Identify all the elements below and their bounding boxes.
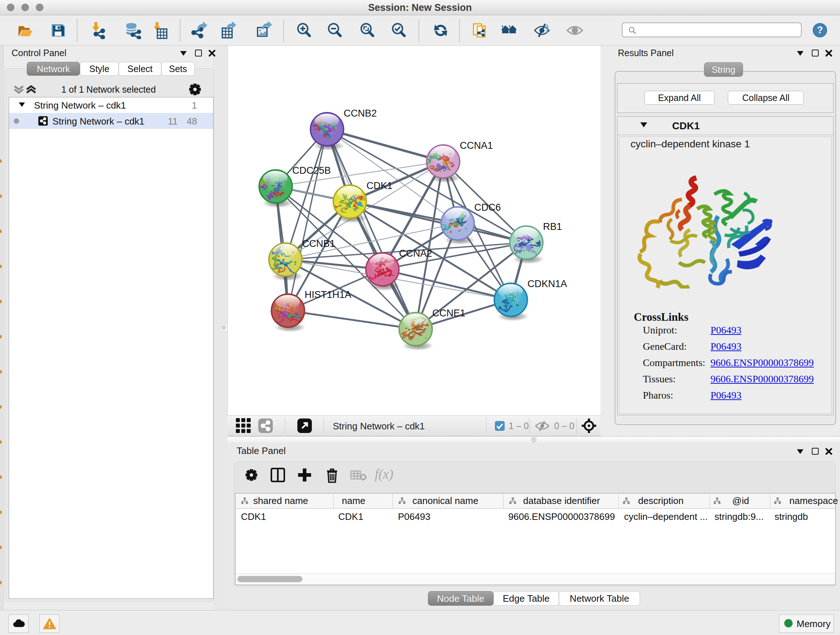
svg-text:CDC6: CDC6 bbox=[474, 202, 501, 213]
svg-text:CDK1: CDK1 bbox=[366, 180, 393, 191]
svg-text:RB1: RB1 bbox=[543, 221, 562, 232]
svg-text:?: ? bbox=[817, 25, 823, 35]
svg-text:CCNA2: CCNA2 bbox=[399, 248, 432, 259]
svg-text:CCNE1: CCNE1 bbox=[432, 308, 466, 318]
svg-text:CDC25B: CDC25B bbox=[292, 165, 331, 176]
svg-text:CDKN1A: CDKN1A bbox=[527, 279, 567, 289]
svg-text:CCNB1: CCNB1 bbox=[302, 238, 335, 249]
svg-text:HIST1H1A: HIST1H1A bbox=[305, 289, 351, 300]
svg-text:CCNA1: CCNA1 bbox=[460, 140, 493, 151]
svg-text:CCNB2: CCNB2 bbox=[344, 108, 377, 119]
